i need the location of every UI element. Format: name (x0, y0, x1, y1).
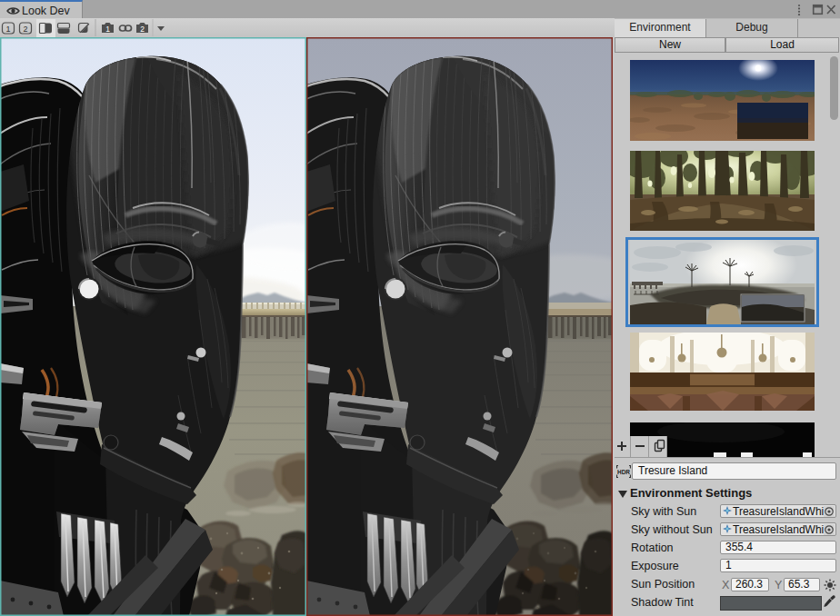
svg-text:2: 2 (23, 25, 27, 34)
svg-text:2: 2 (140, 25, 145, 34)
svg-text:HDR: HDR (617, 469, 630, 475)
svg-text:1: 1 (5, 25, 10, 34)
svg-text:1: 1 (105, 25, 110, 34)
